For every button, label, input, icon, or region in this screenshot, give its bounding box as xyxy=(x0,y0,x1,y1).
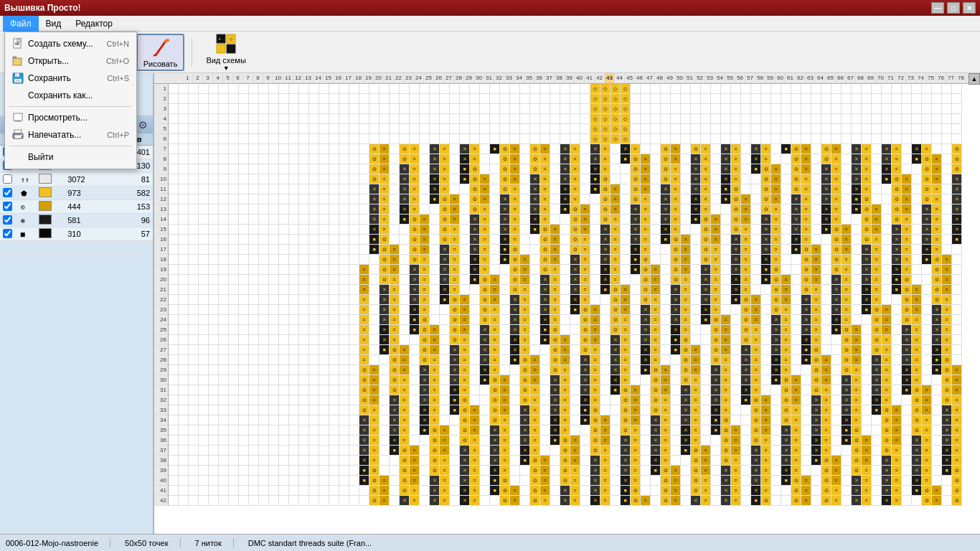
grid-cell[interactable] xyxy=(731,345,741,355)
grid-cell[interactable] xyxy=(239,245,249,255)
grid-cell[interactable]: = xyxy=(761,144,771,154)
grid-cell[interactable] xyxy=(189,345,199,355)
grid-cell[interactable]: = xyxy=(369,375,380,385)
grid-cell[interactable]: = xyxy=(580,275,590,285)
grid-cell[interactable]: = xyxy=(922,446,932,456)
grid-cell[interactable] xyxy=(219,446,229,456)
grid-cell[interactable] xyxy=(932,124,942,134)
grid-cell[interactable] xyxy=(731,94,741,104)
grid-cell[interactable]: = xyxy=(460,295,470,305)
grid-cell[interactable]: ⊙ xyxy=(631,164,641,174)
grid-cell[interactable] xyxy=(179,325,189,335)
grid-cell[interactable] xyxy=(631,84,641,94)
grid-cell[interactable] xyxy=(490,215,500,225)
grid-cell[interactable]: ◇ xyxy=(611,114,621,124)
grid-cell[interactable] xyxy=(490,245,500,255)
grid-cell[interactable]: ⊙ xyxy=(862,204,872,215)
grid-cell[interactable] xyxy=(349,225,359,235)
grid-cell[interactable]: ✕ xyxy=(872,375,882,385)
grid-cell[interactable] xyxy=(179,114,189,124)
grid-cell[interactable]: ⊙ xyxy=(530,164,540,174)
menu-file[interactable]: Файл xyxy=(3,16,39,32)
grid-cell[interactable]: = xyxy=(380,225,390,235)
grid-cell[interactable] xyxy=(349,415,359,425)
grid-cell[interactable] xyxy=(309,325,319,335)
grid-cell[interactable]: = xyxy=(831,476,842,486)
grid-cell[interactable] xyxy=(580,144,590,154)
grid-cell[interactable] xyxy=(490,94,500,104)
grid-cell[interactable] xyxy=(169,395,179,405)
grid-cell[interactable]: ✕ xyxy=(942,405,952,415)
grid-cell[interactable]: = xyxy=(862,174,872,184)
grid-cell[interactable]: = xyxy=(380,184,390,194)
grid-cell[interactable]: ■ xyxy=(621,496,631,506)
grid-cell[interactable] xyxy=(279,235,289,245)
grid-cell[interactable] xyxy=(872,194,882,204)
grid-cell[interactable]: = xyxy=(390,255,400,265)
grid-cell[interactable] xyxy=(540,345,550,355)
grid-cell[interactable]: = xyxy=(761,476,771,486)
grid-cell[interactable] xyxy=(631,134,641,144)
grid-cell[interactable]: ✕ xyxy=(470,245,480,255)
grid-cell[interactable]: ⊙ xyxy=(500,184,510,194)
grid-cell[interactable]: = xyxy=(872,275,882,285)
grid-cell[interactable] xyxy=(460,235,470,245)
grid-cell[interactable] xyxy=(169,345,179,355)
grid-cell[interactable]: = xyxy=(611,194,621,204)
grid-cell[interactable]: ✕ xyxy=(932,305,942,315)
grid-cell[interactable] xyxy=(239,305,249,315)
grid-cell[interactable] xyxy=(741,184,751,194)
grid-cell[interactable] xyxy=(179,486,189,496)
grid-cell[interactable] xyxy=(169,415,179,425)
grid-cell[interactable]: ✕ xyxy=(530,215,540,225)
grid-cell[interactable] xyxy=(621,174,631,184)
grid-cell[interactable] xyxy=(892,104,902,114)
grid-cell[interactable]: = xyxy=(470,154,480,164)
grid-cell[interactable]: = xyxy=(862,496,872,506)
grid-cell[interactable] xyxy=(661,245,671,255)
grid-cell[interactable] xyxy=(189,245,199,255)
grid-cell[interactable]: ⊙ xyxy=(480,295,490,305)
grid-cell[interactable] xyxy=(590,204,600,215)
grid-cell[interactable]: = xyxy=(731,425,741,435)
grid-cell[interactable] xyxy=(329,265,339,275)
grid-cell[interactable]: = xyxy=(771,245,781,255)
grid-cell[interactable]: ■ xyxy=(490,486,500,496)
grid-cell[interactable] xyxy=(239,435,249,446)
grid-cell[interactable] xyxy=(390,476,400,486)
grid-cell[interactable] xyxy=(269,94,279,104)
grid-cell[interactable]: ■ xyxy=(912,486,922,496)
grid-cell[interactable] xyxy=(831,335,842,345)
grid-cell[interactable] xyxy=(510,84,520,94)
grid-cell[interactable] xyxy=(872,94,882,104)
grid-cell[interactable]: ⊙ xyxy=(390,375,400,385)
grid-cell[interactable] xyxy=(621,194,631,204)
grid-cell[interactable] xyxy=(199,124,209,134)
grid-cell[interactable] xyxy=(580,134,590,144)
grid-cell[interactable]: ⊙ xyxy=(661,174,671,184)
grid-cell[interactable] xyxy=(651,225,661,235)
grid-cell[interactable]: ⊙ xyxy=(952,144,962,154)
grid-cell[interactable]: = xyxy=(892,466,902,476)
grid-cell[interactable] xyxy=(239,84,249,94)
grid-cell[interactable] xyxy=(611,486,621,496)
grid-cell[interactable] xyxy=(721,255,731,265)
grid-cell[interactable] xyxy=(269,194,279,204)
grid-cell[interactable] xyxy=(259,194,269,204)
grid-cell[interactable] xyxy=(540,395,550,405)
grid-cell[interactable]: ⊙ xyxy=(691,466,701,476)
grid-cell[interactable]: ✕ xyxy=(530,174,540,184)
grid-cell[interactable] xyxy=(369,255,380,265)
grid-cell[interactable]: ⊙ xyxy=(821,144,831,154)
grid-cell[interactable] xyxy=(570,355,580,365)
grid-cell[interactable] xyxy=(761,375,771,385)
grid-cell[interactable] xyxy=(229,496,239,506)
grid-cell[interactable] xyxy=(299,435,309,446)
grid-cell[interactable] xyxy=(711,204,721,215)
grid-cell[interactable]: = xyxy=(540,144,550,154)
grid-cell[interactable] xyxy=(400,285,410,295)
grid-cell[interactable] xyxy=(229,446,239,456)
grid-cell[interactable] xyxy=(299,486,309,496)
grid-cell[interactable]: = xyxy=(480,215,490,225)
grid-cell[interactable] xyxy=(390,184,400,194)
